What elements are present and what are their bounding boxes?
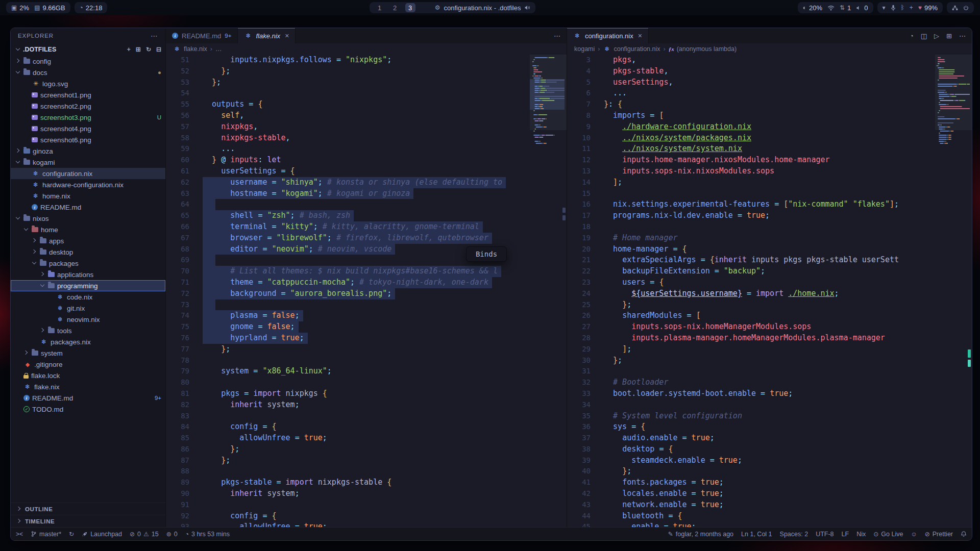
code-line[interactable]: 57 nixpkgs, xyxy=(166,121,567,133)
tab-readme[interactable]: README.md 9+ xyxy=(166,28,238,43)
tree-item-tools[interactable]: tools xyxy=(11,325,165,336)
code-line[interactable]: 51 inputs.nixpkgs.follows = "nixpkgs"; xyxy=(166,55,567,66)
more-actions-icon[interactable]: ⋯ xyxy=(959,32,966,40)
code-line[interactable]: 71 theme = "catppuccin-mocha"; # tokyo-n… xyxy=(166,277,567,288)
more-actions-icon[interactable]: ⋯ xyxy=(554,32,560,40)
tree-item-home-nix[interactable]: home.nix xyxy=(11,190,165,202)
encoding[interactable]: UTF-8 xyxy=(816,531,834,538)
code-line[interactable]: 85 allowUnfree = true; xyxy=(166,433,567,444)
code-line[interactable]: 24 ${userSettings.username} = import ./h… xyxy=(567,288,972,299)
code-line[interactable]: 73 xyxy=(166,299,567,311)
brightness[interactable]: ◐20% xyxy=(803,4,822,12)
explorer-more-icon[interactable]: ⋯ xyxy=(151,32,158,40)
wifi[interactable] xyxy=(827,5,835,11)
minimap[interactable] xyxy=(935,55,972,527)
code-line[interactable]: 62 username = "shinya"; # konsta or shin… xyxy=(166,177,567,188)
go-live-button[interactable]: ⊙Go Live xyxy=(873,531,903,538)
tree-item-apps[interactable]: apps xyxy=(11,235,165,246)
code-line[interactable]: 30 }; xyxy=(567,355,972,366)
tree-item-config[interactable]: config xyxy=(11,56,165,67)
tree-item-readme-md[interactable]: README.md9+ xyxy=(11,392,165,404)
code-line[interactable]: 87 }; xyxy=(166,455,567,466)
code-line[interactable]: 84 config = { xyxy=(166,421,567,433)
tree-item-desktop[interactable]: desktop xyxy=(11,246,165,258)
code-line[interactable]: 3 pkgs, xyxy=(567,55,972,66)
new-file-icon[interactable]: + xyxy=(127,46,131,53)
tree-item-docs[interactable]: docs● xyxy=(11,67,165,78)
code-line[interactable]: 11 ../nixos/system/system.nix xyxy=(567,143,972,155)
tree-item-git-nix[interactable]: git.nix xyxy=(11,303,165,314)
code-line[interactable]: 37 audio.enable = true; xyxy=(567,433,972,444)
code-line[interactable]: 14 ]; xyxy=(567,177,972,188)
battery[interactable]: ♥99% xyxy=(918,4,938,12)
launchpad-button[interactable]: Launchpad xyxy=(82,531,122,538)
code-line[interactable]: 35 # System level configuration xyxy=(567,411,972,422)
close-icon[interactable]: × xyxy=(285,32,289,40)
code-line[interactable]: 9 ./hardware-configuration.nix xyxy=(567,121,972,133)
code-area-1[interactable]: 51 inputs.nixpkgs.follows = "nixpkgs";52… xyxy=(166,55,567,527)
code-line[interactable]: 21 extraSpecialArgs = {inherit inputs pk… xyxy=(567,255,972,266)
code-line[interactable]: 16 nix.settings.experimental-features = … xyxy=(567,199,972,210)
minimap-slider[interactable] xyxy=(935,55,972,130)
code-line[interactable]: 59 ... xyxy=(166,143,567,155)
code-line[interactable]: 55 outputs = { xyxy=(166,99,567,110)
code-line[interactable]: 79 system = "x86_64-linux"; xyxy=(166,366,567,377)
prettier-status[interactable]: ⊘Prettier xyxy=(925,531,953,538)
workspace-3[interactable]: 3 xyxy=(405,3,415,12)
code-line[interactable]: 81 pkgs = import nixpkgs { xyxy=(166,388,567,399)
code-line[interactable]: 83 xyxy=(166,411,567,422)
tree-item-programming[interactable]: programming xyxy=(11,280,165,291)
code-line[interactable]: 23 users = { xyxy=(567,277,972,288)
plus-icon[interactable]: + xyxy=(910,4,913,11)
new-folder-icon[interactable]: ⊞ xyxy=(136,46,141,53)
code-line[interactable]: 45 enable = true; xyxy=(567,521,972,527)
code-line[interactable]: 53 }; xyxy=(166,77,567,88)
breadcrumb-folder[interactable]: kogami xyxy=(574,45,595,53)
history-icon[interactable]: ◔ xyxy=(910,32,914,40)
feedback-button[interactable]: ☺ xyxy=(911,531,917,538)
code-line[interactable]: 32 # Bootloader xyxy=(567,377,972,388)
network-up[interactable]: ⇅1 xyxy=(840,4,851,12)
microphone-icon[interactable] xyxy=(891,5,896,11)
cursor-position[interactable]: Ln 1, Col 1 xyxy=(741,531,772,538)
code-line[interactable]: 12 inputs.home-manager.nixosModules.home… xyxy=(567,155,972,166)
code-line[interactable]: 67 browser = "librewolf"; # firefox, lib… xyxy=(166,233,567,244)
language-mode[interactable]: Nix xyxy=(856,531,866,538)
breadcrumb-symbol[interactable]: ƒx (anonymous lambda) xyxy=(669,45,737,53)
code-line[interactable]: 44 bluetooth = { xyxy=(567,511,972,522)
code-line[interactable]: 22 backupFileExtension = "backup"; xyxy=(567,266,972,277)
code-line[interactable]: 13 inputs.sops-nix.nixosModules.sops xyxy=(567,166,972,177)
code-line[interactable]: 20 home-manager = { xyxy=(567,244,972,255)
power-icon[interactable] xyxy=(963,5,969,11)
outline-section[interactable]: OUTLINE xyxy=(11,503,165,515)
code-line[interactable]: 26 sharedModules = [ xyxy=(567,310,972,321)
code-line[interactable]: 93 allowUnfree = true; xyxy=(166,521,567,527)
tree-item-flake-lock[interactable]: flake.lock xyxy=(11,370,165,381)
refresh-icon[interactable]: ↻ xyxy=(146,46,151,53)
breadcrumb-file[interactable]: configuration.nix xyxy=(603,45,660,53)
code-line[interactable]: 70 # List all themes: $ nix build nixpkg… xyxy=(166,266,567,277)
code-line[interactable]: 65 shell = "zsh"; # bash, zsh xyxy=(166,210,567,221)
code-line[interactable]: 54 xyxy=(166,88,567,99)
timeline-section[interactable]: TIMELINE xyxy=(11,515,165,527)
minimap-slider[interactable] xyxy=(530,55,567,130)
code-line[interactable]: 72 background = "aurora_borealis.png"; xyxy=(166,288,567,299)
chevron-down-icon[interactable]: ▾ xyxy=(883,4,886,11)
minimap[interactable] xyxy=(530,55,567,527)
code-line[interactable]: 29 ]; xyxy=(567,344,972,355)
indentation[interactable]: Spaces: 2 xyxy=(780,531,808,538)
code-line[interactable]: 18 xyxy=(567,221,972,233)
code-line[interactable]: 41 fonts.packages = true; xyxy=(567,477,972,488)
code-line[interactable]: 78 xyxy=(166,355,567,366)
code-line[interactable]: 92 config = { xyxy=(166,511,567,522)
tree-item-packages[interactable]: packages xyxy=(11,258,165,269)
code-line[interactable]: 56 self, xyxy=(166,110,567,121)
tree-item-hardware-configuration-nix[interactable]: hardware-configuration.nix xyxy=(11,179,165,190)
problems-indicator[interactable]: ⊘0 ⚠15 xyxy=(130,531,159,538)
code-line[interactable]: 7}: { xyxy=(567,99,972,110)
code-line[interactable]: 43 network.enable = true; xyxy=(567,499,972,511)
tree-item-readme-md[interactable]: README.md xyxy=(11,202,165,213)
tree-item-screenshot3-png[interactable]: screenshot3.pngU xyxy=(11,112,165,123)
code-line[interactable]: 74 plasma = false; xyxy=(166,310,567,321)
code-line[interactable]: 25 }; xyxy=(567,299,972,311)
